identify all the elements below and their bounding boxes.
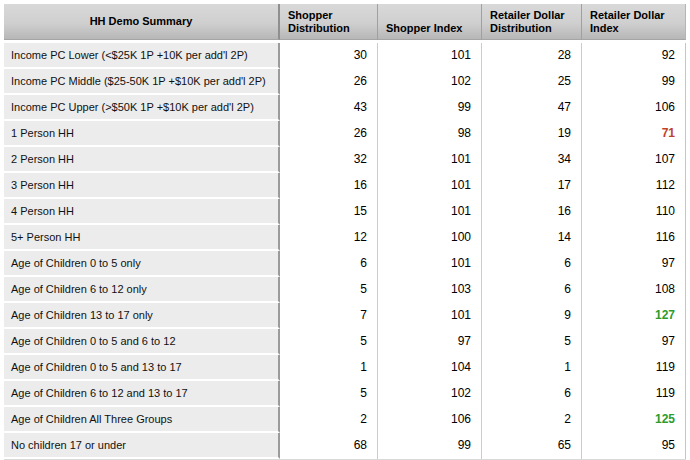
value-cell: 97 (582, 329, 686, 355)
value-cell: 26 (280, 121, 378, 147)
value-cell: 110 (582, 199, 686, 225)
value-cell: 47 (482, 95, 582, 121)
table-row: Age of Children 0 to 5 and 6 to 12597597 (4, 329, 686, 355)
value-cell: 43 (280, 95, 378, 121)
value-cell: 6 (482, 381, 582, 407)
table-row: Income PC Upper (>$50K 1P +$10K per add'… (4, 95, 686, 121)
row-label: Age of Children 0 to 5 only (4, 251, 280, 277)
table-row: Age of Children 6 to 12 only51036108 (4, 277, 686, 303)
value-cell: 25 (482, 69, 582, 95)
row-label: Age of Children 0 to 5 and 13 to 17 (4, 355, 280, 381)
value-cell: 26 (280, 69, 378, 95)
value-cell: 16 (280, 173, 378, 199)
value-cell: 127 (582, 303, 686, 329)
table-body: Income PC Lower (<$25K 1P +10K per add'l… (4, 43, 686, 459)
value-cell: 95 (582, 433, 686, 459)
value-cell: 106 (582, 95, 686, 121)
row-label: Age of Children 6 to 12 and 13 to 17 (4, 381, 280, 407)
row-label: Age of Children All Three Groups (4, 407, 280, 433)
table-row: 4 Person HH1510116110 (4, 199, 686, 225)
value-cell: 119 (582, 355, 686, 381)
value-cell: 1 (482, 355, 582, 381)
table-row: 1 Person HH26981971 (4, 121, 686, 147)
value-cell: 100 (378, 225, 482, 251)
value-cell: 125 (582, 407, 686, 433)
value-cell: 65 (482, 433, 582, 459)
value-cell: 32 (280, 147, 378, 173)
row-label: Income PC Middle ($25-50K 1P +$10K per a… (4, 69, 280, 95)
row-label: Age of Children 0 to 5 and 6 to 12 (4, 329, 280, 355)
value-cell: 99 (582, 69, 686, 95)
value-cell: 28 (482, 43, 582, 69)
column-header-shopper-distribution[interactable]: Shopper Distribution (280, 4, 378, 40)
table-row: Income PC Lower (<$25K 1P +10K per add'l… (4, 43, 686, 69)
value-cell: 5 (280, 329, 378, 355)
value-cell: 2 (280, 407, 378, 433)
row-label: 1 Person HH (4, 121, 280, 147)
value-cell: 97 (378, 329, 482, 355)
row-label: Income PC Lower (<$25K 1P +10K per add'l… (4, 43, 280, 69)
value-cell: 101 (378, 147, 482, 173)
row-label: Age of Children 13 to 17 only (4, 303, 280, 329)
table-row: No children 17 or under68996595 (4, 433, 686, 459)
value-cell: 102 (378, 381, 482, 407)
value-cell: 99 (378, 95, 482, 121)
value-cell: 101 (378, 303, 482, 329)
value-cell: 108 (582, 277, 686, 303)
value-cell: 5 (280, 381, 378, 407)
value-cell: 7 (280, 303, 378, 329)
value-cell: 34 (482, 147, 582, 173)
table-row: 3 Person HH1610117112 (4, 173, 686, 199)
value-cell: 106 (378, 407, 482, 433)
value-cell: 104 (378, 355, 482, 381)
value-cell: 103 (378, 277, 482, 303)
value-cell: 112 (582, 173, 686, 199)
table-row: Age of Children 0 to 5 only6101697 (4, 251, 686, 277)
value-cell: 97 (582, 251, 686, 277)
value-cell: 101 (378, 251, 482, 277)
hh-demo-summary-table: HH Demo Summary Shopper Distribution Sho… (4, 4, 686, 460)
value-cell: 99 (378, 433, 482, 459)
value-cell: 30 (280, 43, 378, 69)
row-label: No children 17 or under (4, 433, 280, 459)
value-cell: 101 (378, 199, 482, 225)
value-cell: 6 (280, 251, 378, 277)
value-cell: 6 (482, 251, 582, 277)
table-row: 5+ Person HH1210014116 (4, 225, 686, 251)
table-row: Age of Children 6 to 12 and 13 to 175102… (4, 381, 686, 407)
value-cell: 101 (378, 173, 482, 199)
value-cell: 19 (482, 121, 582, 147)
row-label: Age of Children 6 to 12 only (4, 277, 280, 303)
table-row: Age of Children 0 to 5 and 13 to 1711041… (4, 355, 686, 381)
value-cell: 1 (280, 355, 378, 381)
value-cell: 5 (482, 329, 582, 355)
table-row: 2 Person HH3210134107 (4, 147, 686, 173)
value-cell: 2 (482, 407, 582, 433)
row-label: 4 Person HH (4, 199, 280, 225)
value-cell: 107 (582, 147, 686, 173)
value-cell: 16 (482, 199, 582, 225)
value-cell: 119 (582, 381, 686, 407)
row-label: 2 Person HH (4, 147, 280, 173)
value-cell: 12 (280, 225, 378, 251)
value-cell: 9 (482, 303, 582, 329)
table-title[interactable]: HH Demo Summary (4, 4, 280, 40)
row-label: 3 Person HH (4, 173, 280, 199)
table-row: Age of Children All Three Groups21062125 (4, 407, 686, 433)
value-cell: 92 (582, 43, 686, 69)
column-header-shopper-index[interactable]: Shopper Index (378, 4, 482, 40)
value-cell: 6 (482, 277, 582, 303)
row-label: Income PC Upper (>$50K 1P +$10K per add'… (4, 95, 280, 121)
value-cell: 102 (378, 69, 482, 95)
table-row: Age of Children 13 to 17 only71019127 (4, 303, 686, 329)
value-cell: 98 (378, 121, 482, 147)
value-cell: 17 (482, 173, 582, 199)
value-cell: 101 (378, 43, 482, 69)
column-header-retailer-dollar-distribution[interactable]: Retailer Dollar Distribution (482, 4, 582, 40)
column-header-retailer-dollar-index[interactable]: Retailer Dollar Index (582, 4, 686, 40)
value-cell: 14 (482, 225, 582, 251)
value-cell: 15 (280, 199, 378, 225)
table-header-row: HH Demo Summary Shopper Distribution Sho… (4, 4, 686, 40)
row-label: 5+ Person HH (4, 225, 280, 251)
value-cell: 5 (280, 277, 378, 303)
